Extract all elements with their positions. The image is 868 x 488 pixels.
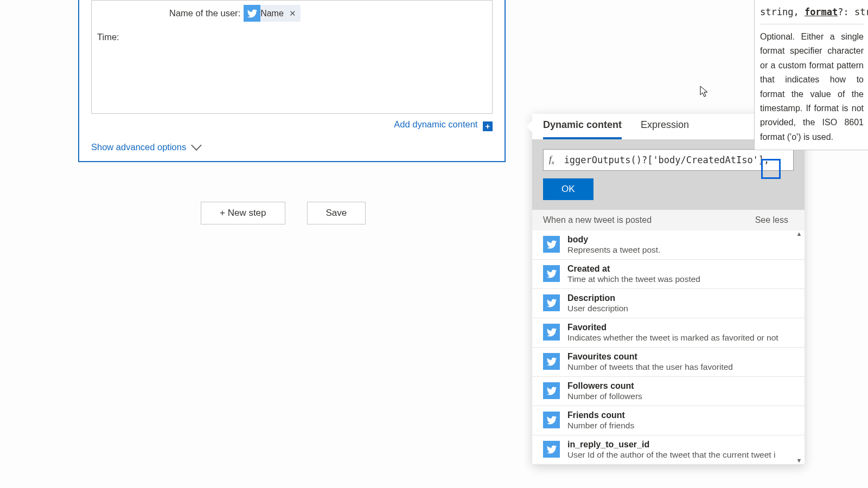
dynamic-token-name[interactable]: Name ✕ bbox=[244, 5, 301, 22]
scroll-down-icon[interactable]: ▼ bbox=[795, 457, 803, 464]
item-description: Number of followers bbox=[567, 391, 642, 401]
twitter-icon bbox=[543, 412, 560, 428]
twitter-icon bbox=[543, 441, 560, 458]
dynamic-content-list[interactable]: ▲ ▼ bodyRepresents a tweet post.Created … bbox=[532, 230, 805, 465]
fx-icon: fx bbox=[549, 154, 554, 165]
list-item[interactable]: Friends countNumber of friends bbox=[532, 406, 805, 435]
add-dynamic-content-link[interactable]: Add dynamic content bbox=[394, 119, 477, 129]
list-item[interactable]: DescriptionUser description bbox=[532, 289, 805, 318]
item-description: User Id of the author of the tweet that … bbox=[567, 450, 775, 460]
remove-token-icon[interactable]: ✕ bbox=[289, 7, 296, 21]
popup-caret-icon bbox=[526, 120, 532, 132]
tooltip-signature: string, format?: str bbox=[760, 4, 864, 24]
item-description: Number of tweets that the user has favor… bbox=[567, 362, 733, 372]
show-advanced-label: Show advanced options bbox=[91, 142, 186, 152]
sig-keyword: format bbox=[805, 7, 838, 17]
see-less-link[interactable]: See less bbox=[755, 215, 788, 225]
list-item[interactable]: Favourites countNumber of tweets that th… bbox=[532, 348, 805, 377]
twitter-icon bbox=[543, 236, 560, 253]
tab-dynamic-content[interactable]: Dynamic content bbox=[543, 119, 622, 139]
item-title: Favourites count bbox=[567, 352, 733, 362]
bottom-buttons: + New step Save bbox=[201, 202, 366, 224]
twitter-icon bbox=[543, 324, 560, 341]
body-line2-label: Time: bbox=[97, 29, 487, 44]
tooltip-body: Optional. Either a single format specifi… bbox=[760, 30, 864, 144]
ok-button[interactable]: OK bbox=[543, 178, 593, 200]
twitter-icon bbox=[543, 353, 560, 370]
item-title: Description bbox=[567, 293, 628, 303]
save-button[interactable]: Save bbox=[307, 202, 366, 224]
add-dynamic-content-icon[interactable]: + bbox=[483, 121, 493, 131]
new-step-button[interactable]: + New step bbox=[201, 202, 285, 224]
expression-value: iggerOutputs()?['body/CreatedAtIso'], bbox=[564, 155, 770, 165]
list-item[interactable]: in_reply_to_user_idUser Id of the author… bbox=[532, 435, 805, 465]
item-title: body bbox=[567, 235, 660, 245]
chevron-down-icon bbox=[191, 140, 202, 151]
list-item[interactable]: FavoritedIndicates whether the tweet is … bbox=[532, 318, 805, 348]
item-title: Friends count bbox=[567, 410, 634, 420]
scroll-up-icon[interactable]: ▲ bbox=[795, 230, 803, 237]
popup-section-header: When a new tweet is posted See less bbox=[532, 210, 805, 230]
item-title: in_reply_to_user_id bbox=[567, 440, 775, 450]
item-description: Represents a tweet post. bbox=[567, 245, 660, 255]
list-item[interactable]: Created atTime at which the tweet was po… bbox=[532, 260, 805, 289]
sig-pre: string, bbox=[760, 7, 805, 17]
item-title: Favorited bbox=[567, 323, 778, 332]
tab-expression[interactable]: Expression bbox=[641, 119, 689, 139]
twitter-icon bbox=[244, 5, 260, 22]
item-title: Created at bbox=[567, 264, 700, 274]
item-description: Time at which the tweet was posted bbox=[567, 274, 700, 284]
parameter-tooltip: string, format?: str Optional. Either a … bbox=[754, 0, 868, 150]
section-title: When a new tweet is posted bbox=[543, 215, 652, 225]
action-card: Name of the user: Name ✕ Time: Add dynam… bbox=[78, 0, 506, 162]
item-description: Indicates whether the tweet is marked as… bbox=[567, 333, 778, 343]
twitter-icon bbox=[543, 294, 560, 311]
body-line1-label: Name of the user: bbox=[169, 5, 240, 21]
sig-post: ?: str bbox=[838, 7, 868, 17]
list-item[interactable]: bodyRepresents a tweet post. bbox=[532, 230, 805, 260]
token-label: Name bbox=[260, 6, 284, 21]
twitter-icon bbox=[543, 382, 560, 399]
item-title: Followers count bbox=[567, 381, 642, 391]
mouse-cursor-icon bbox=[700, 86, 709, 98]
dynamic-content-popup: Dynamic content Expression fx iggerOutpu… bbox=[532, 114, 805, 465]
twitter-icon bbox=[543, 265, 560, 282]
item-description: Number of friends bbox=[567, 421, 634, 431]
show-advanced-options-toggle[interactable]: Show advanced options bbox=[91, 142, 493, 152]
list-item[interactable]: Followers countNumber of followers bbox=[532, 377, 805, 406]
expression-input[interactable]: fx iggerOutputs()?['body/CreatedAtIso'], bbox=[543, 149, 794, 171]
message-body-field[interactable]: Name of the user: Name ✕ Time: bbox=[91, 0, 493, 114]
item-description: User description bbox=[567, 304, 628, 313]
